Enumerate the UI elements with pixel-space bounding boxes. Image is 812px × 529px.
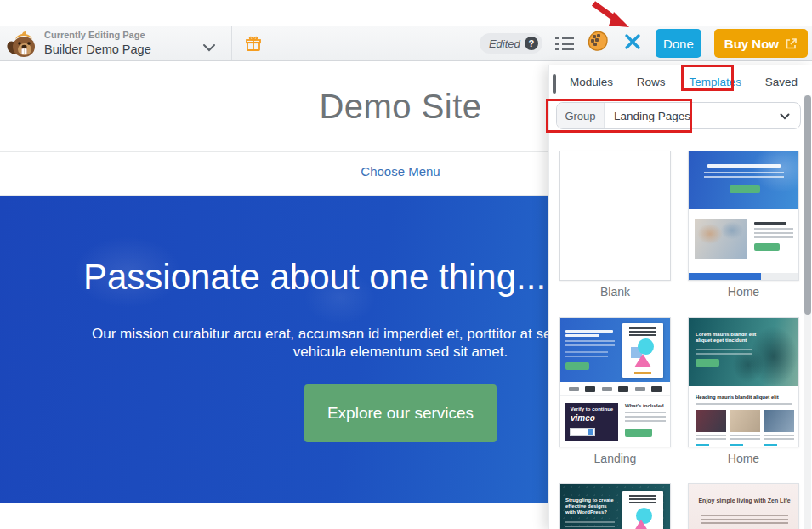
template-label: Home — [688, 285, 799, 299]
template-card-blank[interactable]: Blank — [559, 151, 671, 299]
decor-chip — [570, 428, 595, 436]
decor-button — [565, 362, 589, 370]
decor-logo — [569, 387, 579, 391]
panel-scrollbar-thumb[interactable] — [804, 95, 811, 315]
decor-button — [754, 243, 780, 251]
decor-shape — [638, 338, 654, 355]
template-thumbnail-wordpress: Struggling to create effective designs w… — [559, 483, 671, 529]
tab-rows[interactable]: Rows — [632, 72, 671, 92]
decor-lines — [629, 495, 656, 503]
gift-icon[interactable] — [245, 36, 262, 56]
decor-line — [565, 330, 613, 333]
template-card-wordpress[interactable]: Struggling to create effective designs w… — [559, 483, 671, 529]
template-label: Blank — [559, 285, 671, 299]
page-dropdown-chevron-icon[interactable] — [202, 40, 216, 55]
tab-modules[interactable]: Modules — [565, 72, 618, 92]
outline-dot — [555, 48, 559, 50]
annotation-box-templates-tab — [681, 65, 734, 91]
thumb-photo — [764, 410, 794, 432]
screen: Demo Site Choose Menu Passionate about o… — [0, 0, 812, 529]
decor-button — [625, 429, 652, 437]
decor-lines — [764, 435, 794, 441]
decor-line — [707, 164, 781, 168]
decor-lines — [565, 521, 615, 529]
current-page-block[interactable]: Currently Editing Page Builder Demo Page — [44, 30, 151, 56]
outline-bar — [562, 48, 574, 50]
help-icon[interactable]: ? — [525, 37, 538, 50]
thumb-hero-text: Enjoy simple living with Zen Life — [694, 498, 795, 504]
buy-now-label: Buy Now — [724, 37, 779, 51]
beaver-builder-logo[interactable] — [7, 29, 37, 60]
decor-bar — [689, 273, 761, 280]
decor-line — [754, 222, 786, 225]
template-card-zen[interactable]: Enjoy simple living with Zen Life — [688, 483, 799, 529]
explore-services-button[interactable]: Explore our services — [304, 384, 497, 442]
outline-list-icon[interactable] — [555, 36, 574, 51]
edited-label: Edited — [489, 37, 520, 50]
outline-dot — [555, 37, 559, 39]
tab-saved[interactable]: Saved — [760, 72, 803, 92]
template-thumbnail-home-1 — [688, 151, 799, 281]
thumb-logos-row — [560, 382, 670, 396]
template-card-home-1[interactable]: Home — [688, 151, 799, 299]
thumb-photo — [730, 410, 760, 432]
thumb-book-cover — [622, 323, 663, 378]
included-heading: What's included — [625, 403, 664, 409]
thumb-photo — [695, 219, 747, 259]
templates-hive-icon[interactable] — [587, 31, 610, 56]
decor-lines — [625, 412, 666, 424]
template-label: Home — [688, 452, 799, 465]
thumb-book-cover — [622, 491, 663, 529]
template-grid: Blank Home — [559, 151, 806, 529]
decor-link — [730, 444, 743, 446]
buy-now-button[interactable]: Buy Now — [714, 29, 808, 58]
thumb-hero — [560, 318, 670, 382]
decor-lines — [701, 515, 788, 526]
thumb-hero: Lorem mauris blandit elit aliquet eget t… — [689, 318, 798, 386]
thumb-section-heading: Heading mauris blandit aliquet elit — [696, 395, 798, 401]
decor-logo — [651, 386, 662, 392]
decor-logo — [602, 387, 612, 391]
thumb-hero — [689, 151, 798, 209]
external-link-icon — [785, 37, 798, 50]
hero-heading: Passionate about one thing... Yo — [83, 257, 596, 298]
hero-paragraph-line1: Our mission curabitur arcu erat, accumsa… — [92, 326, 619, 343]
decor-lines — [629, 327, 656, 336]
decor-shape — [588, 429, 593, 435]
decor-logo — [585, 386, 595, 392]
close-icon[interactable] — [624, 33, 641, 54]
thumb-hero-text: Struggling to create effective designs w… — [565, 498, 618, 515]
annotation-arrow — [585, 0, 633, 29]
decor-lines — [565, 340, 615, 348]
decor-logo — [635, 387, 645, 391]
decor-link — [696, 444, 709, 446]
decor-shape — [633, 520, 650, 529]
decor-logo — [618, 386, 628, 392]
outline-bar — [562, 37, 574, 39]
thumb-vimeo-card: Verify to continue vimeo — [565, 403, 618, 441]
decor-lines — [704, 172, 784, 179]
page-title: Builder Demo Page — [44, 43, 151, 57]
decor-lines — [696, 349, 752, 355]
decor-lines — [730, 435, 760, 441]
done-button[interactable]: Done — [656, 29, 701, 58]
toolbar-divider — [231, 26, 232, 60]
decor-bar — [761, 273, 798, 280]
template-card-home-2[interactable]: Lorem mauris blandit elit aliquet eget t… — [688, 317, 799, 465]
template-card-landing[interactable]: Verify to continue vimeo What's included… — [559, 317, 671, 465]
thumb-hero-text: Lorem mauris blandit elit aliquet eget t… — [696, 332, 758, 344]
decor-lines — [696, 403, 792, 406]
vimeo-logo: vimeo — [571, 415, 595, 421]
decor-link — [764, 444, 777, 446]
decor-lines — [565, 351, 608, 357]
decor-button — [696, 359, 719, 367]
decor-lines — [754, 228, 793, 240]
outline-bar — [562, 43, 574, 45]
template-thumbnail-blank — [559, 151, 671, 281]
content-panel: Modules Rows Templates Saved Group Landi… — [548, 65, 812, 529]
builder-toolbar: Currently Editing Page Builder Demo Page… — [0, 26, 812, 61]
template-thumbnail-landing: Verify to continue vimeo What's included — [559, 317, 671, 447]
decor-line — [634, 372, 651, 374]
panel-drag-handle[interactable] — [553, 74, 556, 94]
editing-label: Currently Editing Page — [44, 30, 151, 41]
